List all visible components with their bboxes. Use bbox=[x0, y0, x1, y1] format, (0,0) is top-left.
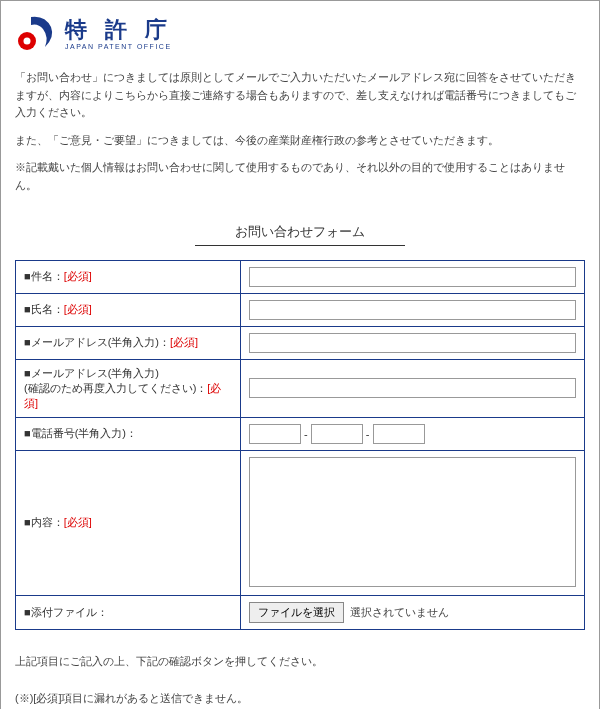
row-content: ■ 内容：[必須] bbox=[16, 450, 585, 595]
label-email-confirm: ■ メールアドレス(半角入力) (確認のため再度入力してください)：[必須] bbox=[16, 359, 241, 417]
logo-text: 特 許 庁 JAPAN PATENT OFFICE bbox=[65, 19, 173, 50]
page-container: 特 許 庁 JAPAN PATENT OFFICE 「お問い合わせ」につきまして… bbox=[0, 0, 600, 709]
intro-paragraph-2: また、「ご意見・ご要望」につきましては、今後の産業財産権行政の参考とさせていただ… bbox=[15, 132, 585, 150]
row-name: ■ 氏名：[必須] bbox=[16, 293, 585, 326]
label-name: ■ 氏名：[必須] bbox=[16, 293, 241, 326]
intro-paragraph-1: 「お問い合わせ」につきましては原則としてメールでご入力いただいたメールアドレス宛… bbox=[15, 69, 585, 122]
row-email: ■ メールアドレス(半角入力)：[必須] bbox=[16, 326, 585, 359]
note-line-1: 上記項目にご記入の上、下記の確認ボタンを押してください。 bbox=[15, 652, 585, 671]
note-line-2: (※)[必須]項目に漏れがあると送信できません。 bbox=[15, 689, 585, 708]
form-title: お問い合わせフォーム bbox=[195, 223, 405, 246]
row-phone: ■ 電話番号(半角入力)： - - bbox=[16, 417, 585, 450]
tel-sep-2: - bbox=[366, 428, 370, 440]
phone-input-group: - - bbox=[241, 417, 585, 450]
logo-title: 特 許 庁 bbox=[65, 19, 173, 41]
phone-input-2[interactable] bbox=[311, 424, 363, 444]
form-title-wrap: お問い合わせフォーム bbox=[15, 223, 585, 246]
svg-point-1 bbox=[24, 38, 31, 45]
tel-sep-1: - bbox=[304, 428, 308, 440]
phone-input-1[interactable] bbox=[249, 424, 301, 444]
row-attachment: ■ 添付ファイル： ファイルを選択 選択されていません bbox=[16, 595, 585, 629]
intro-text: 「お問い合わせ」につきましては原則としてメールでご入力いただいたメールアドレス宛… bbox=[15, 69, 585, 195]
email-input[interactable] bbox=[249, 333, 576, 353]
form-notes: 上記項目にご記入の上、下記の確認ボタンを押してください。 (※)[必須]項目に漏… bbox=[15, 652, 585, 709]
label-content: ■ 内容：[必須] bbox=[16, 450, 241, 595]
row-subject: ■ 件名：[必須] bbox=[16, 260, 585, 293]
file-select-button[interactable]: ファイルを選択 bbox=[249, 602, 344, 623]
logo-subtitle: JAPAN PATENT OFFICE bbox=[65, 43, 173, 50]
name-input[interactable] bbox=[249, 300, 576, 320]
content-textarea[interactable] bbox=[249, 457, 576, 587]
inquiry-form-table: ■ 件名：[必須] ■ 氏名：[必須] ■ メールアドレス(半角入力)：[必須]… bbox=[15, 260, 585, 630]
row-email-confirm: ■ メールアドレス(半角入力) (確認のため再度入力してください)：[必須] bbox=[16, 359, 585, 417]
label-phone: ■ 電話番号(半角入力)： bbox=[16, 417, 241, 450]
label-attachment: ■ 添付ファイル： bbox=[16, 595, 241, 629]
intro-paragraph-3: ※記載戴いた個人情報はお問い合わせに関して使用するものであり、それ以外の目的で使… bbox=[15, 159, 585, 194]
subject-input[interactable] bbox=[249, 267, 576, 287]
file-row: ファイルを選択 選択されていません bbox=[249, 602, 576, 623]
label-subject: ■ 件名：[必須] bbox=[16, 260, 241, 293]
label-email: ■ メールアドレス(半角入力)：[必須] bbox=[16, 326, 241, 359]
phone-input-3[interactable] bbox=[373, 424, 425, 444]
header-logo: 特 許 庁 JAPAN PATENT OFFICE bbox=[15, 13, 585, 55]
file-status-text: 選択されていません bbox=[350, 605, 449, 620]
logo-mark-icon bbox=[15, 13, 57, 55]
email-confirm-input[interactable] bbox=[249, 378, 576, 398]
